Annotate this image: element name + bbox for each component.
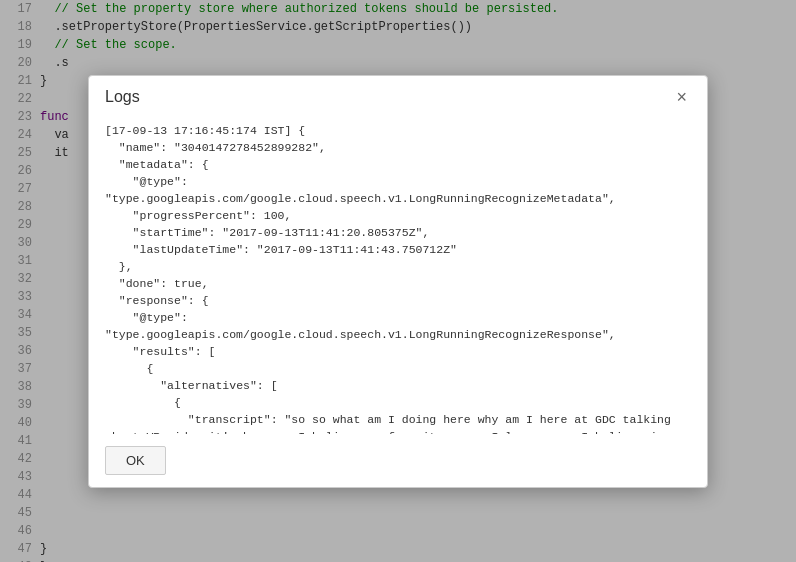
ok-button[interactable]: OK bbox=[105, 446, 166, 475]
modal-header: Logs × bbox=[89, 76, 707, 114]
modal-dialog: Logs × [17-09-13 17:16:45:174 IST] { "na… bbox=[88, 75, 708, 488]
modal-body[interactable]: [17-09-13 17:16:45:174 IST] { "name": "3… bbox=[89, 114, 707, 434]
modal-title: Logs bbox=[105, 88, 140, 106]
modal-overlay: Logs × [17-09-13 17:16:45:174 IST] { "na… bbox=[0, 0, 796, 562]
modal-close-button[interactable]: × bbox=[672, 88, 691, 106]
log-content: [17-09-13 17:16:45:174 IST] { "name": "3… bbox=[105, 122, 691, 434]
modal-footer: OK bbox=[89, 434, 707, 487]
